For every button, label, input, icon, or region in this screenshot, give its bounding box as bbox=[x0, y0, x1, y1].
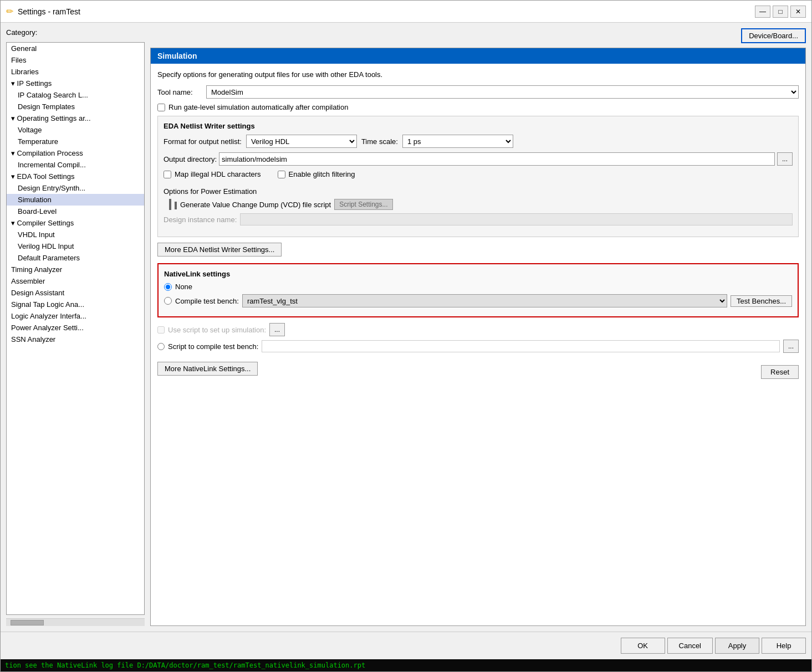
tree-item-logic-analyzer[interactable]: Logic Analyzer Interfa... bbox=[7, 310, 144, 322]
status-bar: tion see the NativeLink log file D:/DATA… bbox=[1, 659, 811, 671]
tree-item-simulation[interactable]: Simulation bbox=[7, 194, 144, 206]
output-dir-browse[interactable]: ... bbox=[777, 152, 793, 166]
tree-item-voltage[interactable]: Voltage bbox=[7, 124, 144, 136]
help-button[interactable]: Help bbox=[762, 638, 806, 654]
compile-test-bench-radio[interactable] bbox=[164, 297, 172, 305]
close-button[interactable]: ✕ bbox=[790, 6, 806, 18]
design-instance-row: Design instance name: bbox=[164, 213, 793, 225]
settings-body: Specify options for generating output fi… bbox=[151, 64, 805, 625]
reset-button[interactable]: Reset bbox=[761, 365, 799, 379]
use-script-row: Use script to set up simulation: ... bbox=[157, 323, 799, 336]
minimize-button[interactable]: — bbox=[755, 6, 770, 18]
vcd-bar-icon2 bbox=[175, 202, 177, 209]
status-text: tion see the NativeLink log file D:/DATA… bbox=[5, 661, 365, 669]
more-nativelink-button[interactable]: More NativeLink Settings... bbox=[157, 362, 258, 376]
tree-item-design-entry[interactable]: Design Entry/Synth... bbox=[7, 182, 144, 194]
none-radio-row: None bbox=[164, 283, 792, 291]
timescale-label: Time scale: bbox=[361, 137, 398, 146]
format-row: Format for output netlist: Verilog HDL V… bbox=[164, 135, 793, 148]
tree-item-assembler[interactable]: Assembler bbox=[7, 275, 144, 287]
none-radio[interactable] bbox=[164, 283, 172, 291]
output-dir-row: Output directory: ... bbox=[164, 152, 793, 166]
tool-name-row: Tool name: ModelSim ModelSim-Altera VCS … bbox=[157, 85, 799, 99]
tool-name-select[interactable]: ModelSim ModelSim-Altera VCS NC-Sim bbox=[206, 85, 799, 99]
design-instance-label: Design instance name: bbox=[164, 216, 237, 224]
tree-item-design-assistant[interactable]: Design Assistant bbox=[7, 287, 144, 299]
tree-item-temperature[interactable]: Temperature bbox=[7, 136, 144, 147]
output-dir-label: Output directory: bbox=[164, 155, 217, 163]
none-label: None bbox=[175, 283, 192, 291]
vcd-row: Generate Value Change Dump (VCD) file sc… bbox=[164, 199, 793, 210]
glitch-filter-row: Enable glitch filtering bbox=[278, 170, 355, 178]
tree-item-board-level[interactable]: Board-Level bbox=[7, 206, 144, 217]
compile-test-bench-select[interactable]: ramTest_vlg_tst bbox=[242, 294, 727, 307]
horizontal-scrollbar[interactable] bbox=[6, 618, 145, 626]
settings-window: ✏ Settings - ramTest — □ ✕ Category: Gen… bbox=[0, 0, 812, 672]
tree-item-vhdl-input[interactable]: VHDL Input bbox=[7, 229, 144, 240]
tree-item-libraries[interactable]: Libraries bbox=[7, 66, 144, 78]
main-content: Category: GeneralFilesLibraries▾ IP Sett… bbox=[1, 23, 811, 632]
use-script-browse[interactable]: ... bbox=[269, 323, 285, 336]
title-bar-controls: — □ ✕ bbox=[755, 6, 806, 18]
tree-item-power-analyzer[interactable]: Power Analyzer Setti... bbox=[7, 322, 144, 334]
more-eda-button[interactable]: More EDA Netlist Writer Settings... bbox=[157, 243, 282, 257]
tree-item-verilog-input[interactable]: Verilog HDL Input bbox=[7, 240, 144, 252]
compile-test-bench-label: Compile test bench: bbox=[175, 297, 239, 305]
tree-item-eda-tool-settings[interactable]: ▾ EDA Tool Settings bbox=[7, 171, 144, 182]
script-compile-label: Script to compile test bench: bbox=[168, 342, 258, 351]
script-compile-input[interactable] bbox=[262, 340, 780, 352]
format-select[interactable]: Verilog HDL VHDL bbox=[246, 135, 357, 148]
script-compile-browse[interactable]: ... bbox=[783, 340, 799, 353]
checkbox-pair: Map illegal HDL characters Enable glitch… bbox=[164, 170, 793, 183]
compile-test-bench-row: Compile test bench: ramTest_vlg_tst Test… bbox=[164, 294, 792, 307]
tree-item-default-params[interactable]: Default Parameters bbox=[7, 252, 144, 264]
power-estimation-title: Options for Power Estimation bbox=[164, 187, 793, 196]
title-bar: ✏ Settings - ramTest — □ ✕ bbox=[1, 1, 811, 23]
design-instance-input[interactable] bbox=[240, 213, 793, 225]
test-benches-button[interactable]: Test Benches... bbox=[731, 295, 792, 307]
map-illegal-row: Map illegal HDL characters bbox=[164, 170, 261, 178]
eda-netlist-section: EDA Netlist Writer settings Format for o… bbox=[157, 116, 799, 237]
settings-header: Simulation bbox=[151, 48, 805, 64]
apply-button[interactable]: Apply bbox=[715, 638, 759, 654]
tree-item-compilation-process[interactable]: ▾ Compilation Process bbox=[7, 147, 144, 159]
cancel-button[interactable]: Cancel bbox=[667, 638, 713, 654]
tree-item-signal-tap[interactable]: Signal Tap Logic Ana... bbox=[7, 299, 144, 310]
use-script-checkbox[interactable] bbox=[157, 326, 165, 334]
map-illegal-checkbox[interactable] bbox=[164, 171, 171, 178]
settings-bottom-buttons: More NativeLink Settings... Reset bbox=[157, 357, 799, 382]
tree-item-operating-settings[interactable]: ▾ Operating Settings ar... bbox=[7, 112, 144, 124]
timescale-select[interactable]: 1 ps 10 ps 100 ps 1 ns bbox=[402, 135, 513, 148]
scroll-thumb[interactable] bbox=[11, 620, 44, 625]
title-bar-left: ✏ Settings - ramTest bbox=[6, 6, 80, 17]
tool-name-label: Tool name: bbox=[157, 88, 202, 96]
settings-title: Simulation bbox=[157, 52, 197, 60]
tree-item-incremental-compile[interactable]: Incremental Compil... bbox=[7, 159, 144, 171]
use-script-label: Use script to set up simulation: bbox=[168, 326, 266, 334]
script-settings-button[interactable]: Script Settings... bbox=[334, 199, 392, 210]
script-compile-radio[interactable] bbox=[157, 343, 165, 350]
vcd-bar-icon bbox=[169, 199, 171, 210]
window-title: Settings - ramTest bbox=[18, 7, 80, 16]
gate-level-checkbox[interactable] bbox=[157, 104, 165, 111]
settings-panel: Simulation Specify options for generatin… bbox=[150, 48, 806, 626]
tree-item-design-templates[interactable]: Design Templates bbox=[7, 101, 144, 112]
ok-button[interactable]: OK bbox=[621, 638, 665, 654]
gate-level-row: Run gate-level simulation automatically … bbox=[157, 103, 799, 111]
tree-item-timing-analyzer[interactable]: Timing Analyzer bbox=[7, 264, 144, 275]
tree-item-ip-catalog[interactable]: IP Catalog Search L... bbox=[7, 89, 144, 101]
tree-container[interactable]: GeneralFilesLibraries▾ IP SettingsIP Cat… bbox=[6, 42, 145, 615]
maximize-button[interactable]: □ bbox=[773, 6, 788, 18]
nativelink-title: NativeLink settings bbox=[164, 270, 792, 278]
nativelink-box: NativeLink settings None Compile test be… bbox=[157, 263, 799, 317]
tree-item-ssn-analyzer[interactable]: SSN Analyzer bbox=[7, 334, 144, 345]
dialog-buttons: OK Cancel Apply Help bbox=[1, 632, 811, 659]
device-board-button[interactable]: Device/Board... bbox=[741, 28, 806, 43]
tree-item-general[interactable]: General bbox=[7, 43, 144, 54]
glitch-filter-checkbox[interactable] bbox=[278, 171, 285, 178]
tree-item-compiler-settings[interactable]: ▾ Compiler Settings bbox=[7, 217, 144, 229]
output-dir-input[interactable] bbox=[219, 152, 775, 166]
tree-item-ip-settings[interactable]: ▾ IP Settings bbox=[7, 78, 144, 89]
glitch-filter-label: Enable glitch filtering bbox=[289, 170, 355, 178]
tree-item-files[interactable]: Files bbox=[7, 54, 144, 66]
